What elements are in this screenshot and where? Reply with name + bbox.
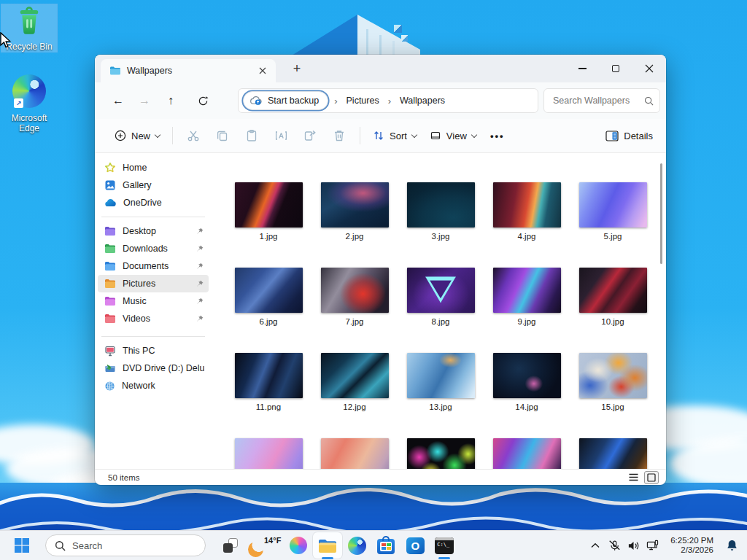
file-item[interactable]: 12.jpg	[311, 353, 398, 413]
taskbar-search[interactable]: Search	[45, 534, 206, 556]
close-button[interactable]	[632, 55, 666, 82]
file-item[interactable]: 10.jpg	[570, 268, 656, 327]
breadcrumb-pictures[interactable]: Pictures	[344, 96, 382, 106]
delete-button[interactable]	[325, 123, 354, 148]
clock-date: 2/3/2026	[670, 545, 713, 555]
file-item[interactable]: 8.jpg	[398, 268, 484, 327]
taskbar: Search 14°F	[0, 530, 747, 560]
file-item[interactable]	[484, 438, 570, 469]
new-button[interactable]: New	[108, 123, 166, 148]
see-more-button[interactable]: •••	[483, 123, 512, 148]
copy-button[interactable]	[208, 123, 237, 148]
terminal-icon: C:\_	[435, 537, 454, 554]
start-button[interactable]	[7, 532, 36, 559]
taskbar-search-placeholder: Search	[72, 540, 102, 551]
network-icon[interactable]	[644, 534, 660, 556]
sidebar-item-home[interactable]: Home	[98, 159, 209, 176]
share-button[interactable]	[295, 123, 325, 148]
file-item[interactable]	[225, 438, 311, 469]
new-button-label: New	[131, 131, 150, 141]
sidebar-item-label: Videos	[123, 314, 188, 324]
file-item[interactable]: 7.jpg	[311, 268, 398, 327]
back-button[interactable]: ←	[105, 88, 131, 113]
refresh-button[interactable]	[190, 88, 216, 113]
taskbar-terminal[interactable]: C:\_	[430, 532, 459, 559]
file-item[interactable]: 11.png	[225, 353, 311, 413]
paste-button[interactable]	[237, 123, 266, 148]
tab-wallpapers[interactable]: Wallpapers	[101, 59, 276, 82]
tray-chevron-up-icon[interactable]	[587, 534, 603, 556]
rename-button[interactable]	[266, 123, 295, 148]
sidebar-item-music[interactable]: Music	[98, 292, 209, 310]
file-name: 11.png	[225, 402, 311, 411]
desktop-icon-microsoft-edge[interactable]: ↗ Microsoft Edge	[1, 74, 57, 133]
file-item[interactable]: 9.jpg	[484, 268, 570, 327]
details-view-toggle[interactable]	[627, 472, 640, 483]
pin-icon	[195, 227, 204, 236]
microphone-muted-icon[interactable]	[606, 534, 622, 556]
file-grid-area: 1.jpg2.jpg3.jpg4.jpg5.jpg6.jpg7.jpg8.jpg…	[212, 153, 666, 469]
file-item[interactable]: 14.jpg	[484, 353, 570, 413]
file-name: 13.jpg	[398, 402, 484, 411]
vertical-scrollbar[interactable]	[660, 163, 662, 264]
file-thumbnail	[407, 353, 475, 398]
breadcrumb-wallpapers[interactable]: Wallpapers	[397, 96, 448, 106]
sidebar-item-dvd-drive-d-deluxe[interactable]: DVD Drive (D:) Deluxe	[98, 359, 209, 377]
sidebar-item-downloads[interactable]: Downloads	[98, 240, 209, 257]
sort-button[interactable]: Sort	[366, 123, 423, 148]
minimize-button[interactable]	[565, 55, 599, 82]
file-item[interactable]: 5.jpg	[570, 182, 656, 242]
address-bar[interactable]: Start backup › Pictures › Wallpapers	[238, 88, 538, 113]
taskbar-microsoft-store[interactable]	[371, 532, 400, 559]
search-box[interactable]: Search Wallpapers	[543, 88, 660, 113]
file-thumbnail	[321, 182, 389, 228]
file-item[interactable]: 1.jpg	[225, 182, 311, 242]
sidebar-item-pictures[interactable]: Pictures	[98, 275, 209, 292]
cut-button[interactable]	[179, 123, 208, 148]
sidebar-item-network[interactable]: Network	[98, 377, 209, 394]
sidebar-item-documents[interactable]: Documents	[98, 257, 209, 275]
taskbar-clock[interactable]: 6:25:20 PM 2/3/2026	[670, 536, 713, 555]
file-item[interactable]: 13.jpg	[398, 353, 484, 413]
file-item[interactable]	[311, 438, 398, 469]
up-button[interactable]: ↑	[158, 88, 184, 113]
file-item[interactable]: 15.jpg	[570, 353, 656, 413]
new-tab-button[interactable]: +	[286, 58, 308, 79]
tab-close-icon[interactable]	[255, 63, 270, 78]
sidebar-item-desktop[interactable]: Desktop	[98, 222, 209, 240]
sidebar-item-gallery[interactable]: Gallery	[98, 176, 209, 194]
wallpaper-cube	[401, 35, 408, 42]
file-item[interactable]: 2.jpg	[311, 182, 398, 242]
file-item[interactable]: 3.jpg	[398, 182, 484, 242]
view-button[interactable]: View	[423, 123, 483, 148]
task-view-button[interactable]	[216, 532, 245, 559]
mouse-cursor	[0, 32, 12, 49]
taskbar-edge[interactable]	[342, 532, 371, 559]
taskbar-file-explorer[interactable]	[313, 532, 342, 559]
recycle-bin-icon	[14, 4, 44, 36]
file-name: 7.jpg	[311, 317, 398, 326]
details-button[interactable]: Details	[599, 123, 656, 148]
sidebar-item-onedrive[interactable]: OneDrive	[98, 194, 209, 211]
file-item[interactable]	[398, 438, 484, 469]
forward-button[interactable]: →	[131, 88, 158, 113]
copilot-button[interactable]	[284, 532, 313, 559]
sidebar-item-this-pc[interactable]: This PC	[98, 342, 209, 359]
file-name: 5.jpg	[570, 232, 656, 241]
maximize-button[interactable]	[599, 55, 632, 82]
file-item[interactable]	[570, 438, 656, 469]
file-item[interactable]: 4.jpg	[484, 182, 570, 242]
sidebar-item-label: OneDrive	[123, 198, 204, 208]
widgets-weather-button[interactable]: 14°F	[248, 534, 281, 557]
file-item[interactable]: 6.jpg	[225, 268, 311, 327]
volume-icon[interactable]	[625, 534, 641, 556]
folder-icon	[104, 261, 116, 271]
taskbar-outlook[interactable]: O	[400, 532, 430, 559]
thumbnail-view-toggle[interactable]	[644, 471, 659, 484]
sidebar-item-videos[interactable]: Videos	[98, 310, 209, 327]
search-icon	[55, 540, 66, 551]
file-thumbnail	[235, 182, 303, 228]
notification-bell-icon[interactable]	[722, 534, 741, 556]
start-backup-button[interactable]: Start backup	[243, 91, 328, 110]
file-name: 15.jpg	[570, 402, 656, 411]
